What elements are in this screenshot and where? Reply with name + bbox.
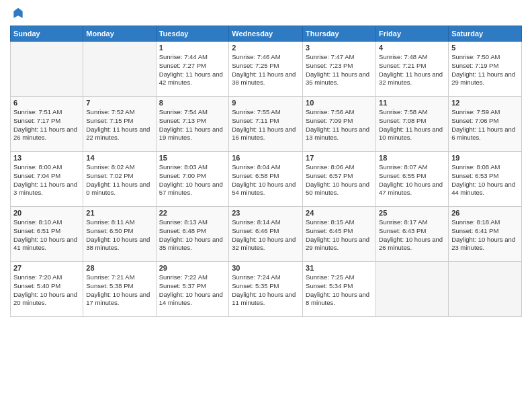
day-of-week-header: Friday [376, 26, 449, 42]
day-info: Sunrise: 7:47 AMSunset: 7:23 PMDaylight:… [306, 53, 373, 87]
day-info: Sunrise: 8:11 AMSunset: 6:50 PMDaylight:… [86, 218, 152, 253]
day-number: 3 [306, 44, 373, 52]
calendar-cell: 9Sunrise: 7:55 AMSunset: 7:11 PMDaylight… [229, 97, 303, 152]
day-number: 13 [13, 154, 80, 162]
day-number: 11 [379, 99, 445, 107]
day-info: Sunrise: 8:06 AMSunset: 6:57 PMDaylight:… [306, 163, 373, 197]
day-number: 14 [86, 154, 152, 162]
day-info: Sunrise: 7:25 AMSunset: 5:34 PMDaylight:… [306, 273, 373, 308]
day-info: Sunrise: 8:15 AMSunset: 6:45 PMDaylight:… [306, 218, 373, 253]
day-info: Sunrise: 7:48 AMSunset: 7:21 PMDaylight:… [379, 53, 445, 87]
day-info: Sunrise: 8:04 AMSunset: 6:58 PMDaylight:… [232, 163, 300, 197]
day-number: 30 [232, 264, 300, 272]
day-info: Sunrise: 8:02 AMSunset: 7:02 PMDaylight:… [86, 163, 152, 197]
logo [10, 7, 25, 20]
calendar-cell: 18Sunrise: 8:07 AMSunset: 6:55 PMDayligh… [376, 152, 449, 207]
day-number: 6 [13, 99, 80, 107]
day-info: Sunrise: 8:13 AMSunset: 6:48 PMDaylight:… [159, 218, 226, 253]
day-info: Sunrise: 8:10 AMSunset: 6:51 PMDaylight:… [13, 218, 80, 253]
calendar-table: SundayMondayTuesdayWednesdayThursdayFrid… [10, 26, 522, 317]
day-info: Sunrise: 7:56 AMSunset: 7:09 PMDaylight:… [306, 108, 373, 142]
calendar-cell: 13Sunrise: 8:00 AMSunset: 7:04 PMDayligh… [11, 152, 83, 207]
calendar-cell: 28Sunrise: 7:21 AMSunset: 5:38 PMDayligh… [83, 262, 156, 317]
day-number: 12 [451, 99, 519, 107]
calendar-cell: 3Sunrise: 7:47 AMSunset: 7:23 PMDaylight… [303, 42, 376, 97]
calendar-cell: 17Sunrise: 8:06 AMSunset: 6:57 PMDayligh… [303, 152, 376, 207]
day-number: 28 [86, 264, 152, 272]
day-number: 2 [232, 44, 300, 52]
calendar-cell: 14Sunrise: 8:02 AMSunset: 7:02 PMDayligh… [83, 152, 156, 207]
day-info: Sunrise: 7:20 AMSunset: 5:40 PMDaylight:… [13, 273, 80, 308]
calendar-cell: 2Sunrise: 7:46 AMSunset: 7:25 PMDaylight… [229, 42, 303, 97]
day-info: Sunrise: 8:14 AMSunset: 6:46 PMDaylight:… [232, 218, 300, 253]
day-number: 26 [451, 209, 519, 217]
calendar-week-row: 13Sunrise: 8:00 AMSunset: 7:04 PMDayligh… [11, 152, 522, 207]
day-info: Sunrise: 8:07 AMSunset: 6:55 PMDaylight:… [379, 163, 445, 197]
calendar-cell: 15Sunrise: 8:03 AMSunset: 7:00 PMDayligh… [156, 152, 229, 207]
day-info: Sunrise: 7:44 AMSunset: 7:27 PMDaylight:… [159, 53, 226, 87]
calendar-cell: 8Sunrise: 7:54 AMSunset: 7:13 PMDaylight… [156, 97, 229, 152]
day-number: 15 [159, 154, 226, 162]
day-of-week-header: Sunday [11, 26, 83, 42]
calendar-cell: 27Sunrise: 7:20 AMSunset: 5:40 PMDayligh… [11, 262, 83, 317]
day-info: Sunrise: 7:52 AMSunset: 7:15 PMDaylight:… [86, 108, 152, 142]
day-info: Sunrise: 7:50 AMSunset: 7:19 PMDaylight:… [451, 53, 519, 87]
calendar-cell: 20Sunrise: 8:10 AMSunset: 6:51 PMDayligh… [11, 207, 83, 262]
day-number: 10 [306, 99, 373, 107]
day-of-week-header: Saturday [449, 26, 522, 42]
day-info: Sunrise: 8:03 AMSunset: 7:00 PMDaylight:… [159, 163, 226, 197]
calendar-cell: 25Sunrise: 8:17 AMSunset: 6:43 PMDayligh… [376, 207, 449, 262]
day-number: 25 [379, 209, 445, 217]
day-info: Sunrise: 7:55 AMSunset: 7:11 PMDaylight:… [232, 108, 300, 142]
calendar-week-row: 20Sunrise: 8:10 AMSunset: 6:51 PMDayligh… [11, 207, 522, 262]
day-info: Sunrise: 7:51 AMSunset: 7:17 PMDaylight:… [13, 108, 80, 142]
day-number: 4 [379, 44, 445, 52]
calendar-cell: 4Sunrise: 7:48 AMSunset: 7:21 PMDaylight… [376, 42, 449, 97]
day-number: 29 [159, 264, 226, 272]
day-of-week-header: Monday [83, 26, 156, 42]
day-number: 7 [86, 99, 152, 107]
calendar-cell: 6Sunrise: 7:51 AMSunset: 7:17 PMDaylight… [11, 97, 83, 152]
calendar-cell: 1Sunrise: 7:44 AMSunset: 7:27 PMDaylight… [156, 42, 229, 97]
calendar-cell: 7Sunrise: 7:52 AMSunset: 7:15 PMDaylight… [83, 97, 156, 152]
day-info: Sunrise: 7:24 AMSunset: 5:35 PMDaylight:… [232, 273, 300, 308]
calendar-cell: 22Sunrise: 8:13 AMSunset: 6:48 PMDayligh… [156, 207, 229, 262]
day-number: 17 [306, 154, 373, 162]
day-number: 21 [86, 209, 152, 217]
calendar-week-row: 6Sunrise: 7:51 AMSunset: 7:17 PMDaylight… [11, 97, 522, 152]
calendar-cell: 29Sunrise: 7:22 AMSunset: 5:37 PMDayligh… [156, 262, 229, 317]
calendar-week-row: 1Sunrise: 7:44 AMSunset: 7:27 PMDaylight… [11, 42, 522, 97]
day-info: Sunrise: 8:18 AMSunset: 6:41 PMDaylight:… [451, 218, 519, 253]
day-number: 20 [13, 209, 80, 217]
calendar-cell: 23Sunrise: 8:14 AMSunset: 6:46 PMDayligh… [229, 207, 303, 262]
day-number: 22 [159, 209, 226, 217]
day-of-week-header: Wednesday [229, 26, 303, 42]
calendar-cell: 11Sunrise: 7:58 AMSunset: 7:08 PMDayligh… [376, 97, 449, 152]
calendar-cell: 30Sunrise: 7:24 AMSunset: 5:35 PMDayligh… [229, 262, 303, 317]
calendar-week-row: 27Sunrise: 7:20 AMSunset: 5:40 PMDayligh… [11, 262, 522, 317]
calendar-cell [449, 262, 522, 317]
day-info: Sunrise: 7:58 AMSunset: 7:08 PMDaylight:… [379, 108, 445, 142]
day-info: Sunrise: 8:00 AMSunset: 7:04 PMDaylight:… [13, 163, 80, 197]
calendar-cell: 5Sunrise: 7:50 AMSunset: 7:19 PMDaylight… [449, 42, 522, 97]
calendar-cell: 16Sunrise: 8:04 AMSunset: 6:58 PMDayligh… [229, 152, 303, 207]
day-number: 1 [159, 44, 226, 52]
day-number: 8 [159, 99, 226, 107]
calendar-cell: 31Sunrise: 7:25 AMSunset: 5:34 PMDayligh… [303, 262, 376, 317]
day-number: 27 [13, 264, 80, 272]
calendar-cell: 10Sunrise: 7:56 AMSunset: 7:09 PMDayligh… [303, 97, 376, 152]
calendar-cell: 24Sunrise: 8:15 AMSunset: 6:45 PMDayligh… [303, 207, 376, 262]
calendar-cell: 21Sunrise: 8:11 AMSunset: 6:50 PMDayligh… [83, 207, 156, 262]
calendar-cell: 19Sunrise: 8:08 AMSunset: 6:53 PMDayligh… [449, 152, 522, 207]
day-number: 18 [379, 154, 445, 162]
day-number: 16 [232, 154, 300, 162]
page: SundayMondayTuesdayWednesdayThursdayFrid… [0, 0, 532, 324]
calendar-cell [83, 42, 156, 97]
day-info: Sunrise: 7:54 AMSunset: 7:13 PMDaylight:… [159, 108, 226, 142]
day-info: Sunrise: 7:22 AMSunset: 5:37 PMDaylight:… [159, 273, 226, 308]
calendar-header-row: SundayMondayTuesdayWednesdayThursdayFrid… [11, 26, 522, 42]
day-number: 31 [306, 264, 373, 272]
day-number: 23 [232, 209, 300, 217]
day-of-week-header: Thursday [303, 26, 376, 42]
day-of-week-header: Tuesday [156, 26, 229, 42]
